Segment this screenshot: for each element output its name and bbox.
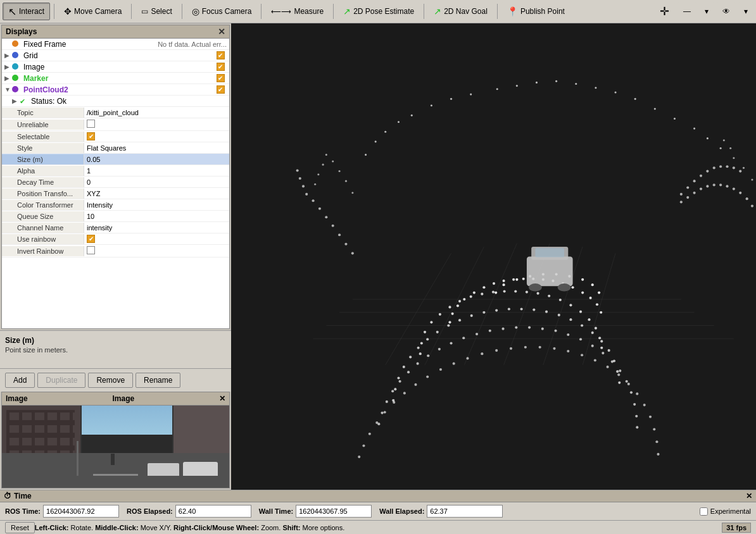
eye-button[interactable]: 👁: [717, 3, 736, 20]
pointcloud2-row[interactable]: ▼ PointCloud2 ✔: [2, 84, 229, 96]
svg-rect-187: [535, 248, 564, 258]
fixed-frame-row[interactable]: Fixed Frame No tf data. Actual err...: [2, 39, 229, 50]
ros-elapsed-input[interactable]: [175, 505, 251, 518]
selectable-prop-value[interactable]: ✔: [84, 131, 229, 142]
marker-row[interactable]: ▶ Marker ✔: [2, 73, 229, 84]
position-prop-value[interactable]: XYZ: [84, 189, 229, 199]
use-rainbow-prop-value[interactable]: ✔: [84, 233, 229, 244]
measure-button[interactable]: ⟵⟶ Measure: [265, 3, 329, 20]
svg-point-186: [558, 283, 571, 291]
svg-point-73: [548, 295, 550, 297]
svg-point-166: [655, 440, 658, 443]
grid-row[interactable]: ▶ Grid ✔: [2, 50, 229, 61]
svg-point-200: [693, 192, 696, 194]
wall-elapsed-input[interactable]: [427, 505, 503, 518]
duplicate-button[interactable]: Duplicate: [37, 373, 85, 388]
svg-point-15: [575, 83, 577, 85]
rename-button[interactable]: Rename: [135, 373, 180, 388]
displays-tree[interactable]: Fixed Frame No tf data. Actual err... ▶ …: [2, 39, 229, 328]
crosshair-button[interactable]: ✛: [654, 3, 675, 20]
select-button[interactable]: ▭ Select: [135, 3, 177, 20]
svg-point-14: [555, 80, 557, 82]
3d-viewport[interactable]: ✱: [231, 23, 756, 490]
invert-rainbow-prop-value[interactable]: [84, 245, 229, 257]
image-header-title: Image: [113, 394, 135, 403]
pointcloud2-checkbox[interactable]: ✔: [214, 85, 227, 94]
svg-point-171: [345, 180, 347, 182]
svg-point-88: [436, 331, 439, 333]
svg-point-136: [635, 415, 638, 418]
publish-point-button[interactable]: 📍 Publish Point: [501, 3, 570, 20]
svg-point-156: [567, 350, 569, 352]
measure-icon: ⟵⟶: [271, 8, 291, 16]
image-checkbox[interactable]: ✔: [214, 63, 227, 71]
svg-point-115: [417, 363, 419, 365]
reset-button[interactable]: Reset: [5, 522, 35, 533]
2d-nav-button[interactable]: ↗ 2D Nav Goal: [428, 3, 493, 20]
ros-time-group: ROS Time:: [5, 505, 119, 518]
2d-nav-icon: ↗: [434, 6, 441, 16]
focus-camera-button[interactable]: ◎ Focus Camera: [186, 3, 258, 20]
svg-point-167: [657, 453, 659, 456]
svg-point-57: [600, 311, 602, 314]
image-row[interactable]: ▶ Image ✔: [2, 61, 229, 73]
svg-point-83: [397, 376, 400, 379]
alpha-prop-value[interactable]: 1: [84, 166, 229, 176]
svg-point-63: [439, 313, 441, 316]
topic-prop-value[interactable]: /kitti_point_cloud: [84, 108, 229, 118]
style-prop-value[interactable]: Flat Squares: [84, 143, 229, 153]
image-close-button[interactable]: ✕: [219, 394, 225, 403]
sep-7: [497, 4, 498, 19]
zoom-minus-button[interactable]: —: [677, 3, 696, 20]
svg-point-193: [713, 166, 715, 169]
left-action-text: Rotate.: [71, 524, 96, 531]
interact-button[interactable]: ↖ Interact: [3, 3, 50, 20]
wall-time-input[interactable]: [296, 505, 372, 518]
move-camera-button[interactable]: ✥ Move Camera: [58, 3, 127, 20]
svg-point-129: [591, 345, 594, 347]
svg-point-81: [420, 342, 423, 344]
svg-point-162: [636, 392, 638, 395]
svg-point-146: [426, 375, 429, 378]
ros-time-input[interactable]: [43, 505, 119, 518]
svg-point-154: [539, 346, 541, 349]
shift-action-text: More options.: [303, 524, 345, 531]
buttons-row: Add Duplicate Remove Rename: [0, 368, 231, 392]
marker-checkbox[interactable]: ✔: [214, 74, 227, 82]
unreliable-prop-value[interactable]: [84, 118, 229, 130]
channel-name-prop-value[interactable]: intensity: [84, 223, 229, 233]
focus-camera-label: Focus Camera: [202, 7, 252, 16]
size-prop-value[interactable]: 0.05: [84, 154, 229, 165]
time-title: Time: [14, 492, 32, 500]
svg-point-66: [470, 295, 472, 298]
pointcloud2-label: PointCloud2: [22, 85, 214, 94]
svg-point-135: [633, 403, 636, 406]
remove-button[interactable]: Remove: [88, 373, 133, 388]
eye-dropdown-button[interactable]: ▾: [738, 3, 753, 20]
queue-size-prop-value[interactable]: 10: [84, 211, 229, 221]
decay-prop-value[interactable]: 0: [84, 177, 229, 187]
svg-point-75: [569, 304, 572, 306]
zoom-dropdown-button[interactable]: ▾: [699, 3, 714, 20]
svg-point-17: [614, 91, 616, 93]
toolbar-right: ✛ — ▾ 👁 ▾: [654, 3, 753, 20]
experimental-group: Experimental: [700, 507, 751, 516]
move-camera-icon: ✥: [64, 6, 72, 16]
add-button[interactable]: Add: [5, 373, 35, 388]
time-close-button[interactable]: ✕: [746, 492, 752, 500]
grid-checkbox[interactable]: ✔: [214, 51, 227, 59]
svg-point-134: [630, 391, 633, 394]
svg-point-170: [339, 170, 341, 172]
svg-point-67: [481, 293, 483, 295]
status-row[interactable]: ▶ ✔ Status: Ok: [2, 96, 229, 107]
image-title: Image: [6, 394, 28, 403]
color-transformer-prop-value[interactable]: Intensity: [84, 200, 229, 210]
svg-point-47: [512, 278, 515, 281]
2d-pose-label: 2D Pose Estimate: [353, 7, 414, 16]
svg-point-43: [473, 292, 476, 294]
2d-pose-button[interactable]: ↗ 2D Pose Estimate: [337, 3, 420, 20]
svg-point-214: [332, 225, 334, 227]
displays-close-button[interactable]: ✕: [218, 27, 225, 36]
experimental-checkbox[interactable]: [700, 507, 708, 516]
svg-point-202: [706, 185, 709, 187]
